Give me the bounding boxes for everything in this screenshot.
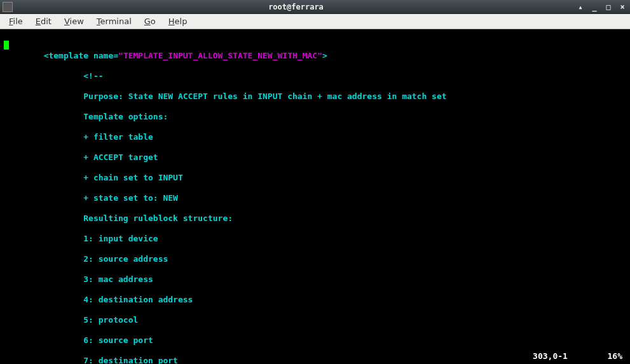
code-line: 4: destination address [4, 295, 626, 305]
cursor-position: 303,0-1 [533, 351, 568, 361]
code-line: <template name="TEMPLATE_INPUT_ALLOW_STA… [4, 51, 626, 61]
titlebar: root@ferrara ▴ _ □ × [0, 0, 630, 14]
code-line: + chain set to INPUT [4, 173, 626, 183]
menu-help[interactable]: Help [163, 15, 193, 27]
code-line: + state set to: NEW [4, 193, 626, 203]
code-line: 2: source address [4, 254, 626, 264]
menu-view[interactable]: View [59, 15, 89, 27]
vim-status-line: 303,0-1 16% [533, 351, 622, 361]
minimize-button[interactable]: _ [589, 2, 599, 12]
code-line: 1: input device [4, 234, 626, 244]
code-line: 6: source port [4, 335, 626, 346]
scroll-percent: 16% [608, 351, 622, 361]
code-line: 3: mac address [4, 274, 626, 285]
code-line: <!-- [4, 71, 626, 81]
app-icon [3, 2, 13, 12]
code-line: Resulting ruleblock structure: [4, 213, 626, 224]
code-line: + filter table [4, 132, 626, 142]
code-line: + ACCEPT target [4, 152, 626, 163]
menu-edit[interactable]: Edit [31, 15, 57, 27]
menu-file[interactable]: File [4, 15, 28, 27]
terminal-area[interactable]: <template name="TEMPLATE_INPUT_ALLOW_STA… [0, 29, 630, 364]
window-controls: ▴ _ □ × [575, 2, 627, 12]
window-title: root@ferrara [17, 3, 575, 11]
shade-button[interactable]: ▴ [575, 2, 585, 12]
code-line: 5: protocol [4, 315, 626, 325]
menu-terminal[interactable]: Terminal [92, 15, 137, 27]
maximize-button[interactable]: □ [603, 2, 613, 12]
menu-go[interactable]: Go [139, 15, 161, 27]
code-line: Purpose: State NEW ACCEPT rules in INPUT… [4, 91, 626, 102]
close-button[interactable]: × [617, 2, 627, 12]
code-line: Template options: [4, 112, 626, 122]
menubar: File Edit View Terminal Go Help [0, 14, 630, 29]
cursor [4, 41, 9, 50]
